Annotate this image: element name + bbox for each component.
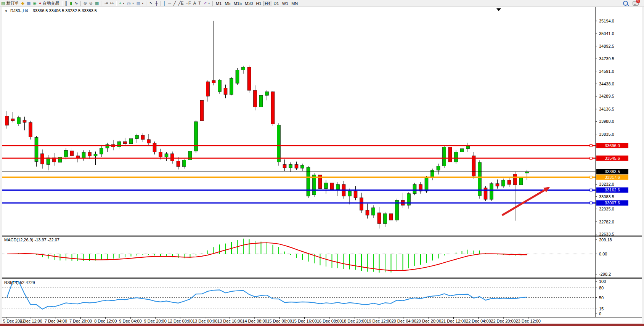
data-window-button[interactable]: ▦ — [26, 0, 32, 6]
candle — [47, 155, 50, 170]
candle-body — [336, 185, 340, 189]
candle-body — [472, 156, 475, 176]
timeframe-h4-button[interactable]: H4 — [263, 1, 272, 6]
candle-body — [100, 148, 103, 154]
candle — [206, 80, 210, 102]
timeframe-h1-button[interactable]: H1 — [254, 1, 263, 6]
vline-tool-button[interactable]: │ — [162, 0, 167, 6]
candle — [448, 144, 452, 165]
arrows-tool-button[interactable]: ↗▼ — [202, 0, 211, 6]
level-endpoint-marker[interactable] — [590, 202, 592, 204]
new-order-button[interactable]: ▤新订单 — [0, 0, 20, 6]
zoom-in-button[interactable]: ⊕ — [82, 0, 88, 6]
toolbar-items: ▤新订单◆▦◉●自动交易║▮∿⊕⊖▦⇥↦+▼◷▼▤▼↖┼│─╱╱E┈FAT↗▼M… — [0, 0, 299, 6]
price-tick-label: 33988.0 — [599, 119, 614, 124]
market-watch-button[interactable]: ◆ — [20, 0, 25, 6]
timeframe-m15-button[interactable]: M15 — [232, 1, 243, 6]
shift-end-icon: ⇥ — [104, 1, 108, 6]
add-indicator-button[interactable]: +▼ — [118, 0, 126, 6]
periods-button[interactable]: ◷▼ — [126, 0, 135, 6]
shift-end-button[interactable]: ⇥ — [103, 0, 109, 6]
candle-body — [17, 117, 21, 124]
chart-shift-marker[interactable] — [496, 8, 501, 11]
autotrade-button[interactable]: ●自动交易 — [38, 0, 61, 6]
candlestick-button[interactable]: ▮ — [69, 0, 73, 6]
timeframe-d1-button[interactable]: D1 — [272, 1, 281, 6]
candle-body — [177, 161, 180, 167]
collapse-triangle-icon[interactable]: ▼ — [5, 10, 8, 13]
timeframe-mn-button[interactable]: MN — [290, 1, 299, 6]
line-chart-button[interactable]: ∿ — [73, 0, 79, 6]
chevron-down-icon[interactable]: ▼ — [122, 2, 125, 5]
level-endpoint-marker[interactable] — [590, 189, 592, 191]
navigator-button[interactable]: ◉ — [32, 0, 38, 6]
candle — [514, 172, 517, 221]
auto-scroll-icon: ↦ — [110, 1, 114, 6]
candle-body — [330, 183, 334, 189]
level-endpoint-marker[interactable] — [590, 176, 592, 178]
search-icon[interactable] — [623, 1, 628, 6]
candle-body — [271, 92, 275, 124]
candle-body — [11, 119, 14, 120]
templates-button[interactable]: ▤▼ — [135, 0, 145, 6]
zoom-out-icon: ⊖ — [89, 1, 93, 6]
candle — [100, 146, 103, 157]
label-tool-button[interactable]: T — [197, 0, 202, 6]
rsi-pane: 1008050150 — [2, 279, 606, 316]
candle — [490, 182, 493, 201]
candle-body — [171, 154, 174, 161]
macd-tick-label: 209.18 — [599, 238, 612, 242]
timeframe-m1-button[interactable]: M1 — [214, 1, 223, 6]
text-tool-button[interactable]: A — [192, 0, 197, 6]
timeframe-w1-button[interactable]: W1 — [281, 1, 290, 6]
candle — [106, 143, 109, 152]
crosshair-button[interactable]: ┼ — [154, 0, 159, 6]
bar-chart-button[interactable]: ║ — [64, 0, 69, 6]
hline-tool-button[interactable]: ─ — [167, 0, 172, 6]
candle — [17, 116, 21, 126]
level-endpoint-marker[interactable] — [590, 145, 592, 147]
candle — [165, 152, 168, 161]
candle — [254, 85, 257, 110]
chart-window: ▼ DJ30-,H4 33366.5 33406.5 33282.5 33383… — [2, 7, 642, 324]
zoom-out-button[interactable]: ⊖ — [88, 0, 94, 6]
price-tick-label: 33083.5 — [599, 194, 614, 199]
autotrade-button-label: 自动交易 — [43, 0, 59, 6]
trendline-tool-button[interactable]: ╱ — [172, 0, 177, 6]
price-tick-label: 33232.0 — [599, 182, 614, 186]
timeframe-m5-button[interactable]: M5 — [223, 1, 232, 6]
fibonacci-tool-button[interactable]: ┈F — [185, 0, 192, 6]
candle-body — [377, 213, 381, 223]
candle — [259, 94, 263, 109]
candle — [23, 117, 26, 130]
trend-arrow-annotation[interactable] — [502, 187, 550, 215]
toolbar-separator — [80, 1, 81, 6]
chevron-down-icon[interactable]: ▼ — [141, 2, 144, 5]
candle — [372, 205, 375, 218]
candle — [135, 134, 139, 143]
candle — [117, 140, 121, 149]
candle — [307, 166, 310, 198]
candle-body — [88, 153, 92, 156]
candle-body — [525, 172, 529, 173]
add-indicator-icon: + — [119, 1, 121, 6]
notifications-icon[interactable]: 1 — [633, 1, 639, 6]
channel-tool-button[interactable]: ╱E — [177, 0, 185, 6]
price-tick-label: 32935.0 — [599, 207, 614, 211]
candle-body — [454, 152, 458, 162]
candle-body — [413, 185, 416, 194]
candle-body — [106, 145, 109, 148]
price-tick-label: 34739.5 — [599, 56, 614, 61]
timeframe-m30-button[interactable]: M30 — [243, 1, 254, 6]
level-endpoint-marker[interactable] — [590, 157, 592, 159]
tile-windows-button[interactable]: ▦ — [94, 0, 100, 6]
candle-body — [206, 82, 210, 96]
chevron-down-icon[interactable]: ▼ — [132, 2, 134, 5]
chart-canvas[interactable]: 35194.035041.034892.534739.534591.034438… — [2, 7, 642, 324]
cursor-button[interactable]: ↖ — [148, 0, 154, 6]
price-badge-value: 33383.5 — [605, 169, 620, 174]
candle-body — [502, 180, 505, 186]
candle — [230, 77, 233, 95]
auto-scroll-button[interactable]: ↦ — [109, 0, 115, 6]
chevron-down-icon[interactable]: ▼ — [208, 2, 210, 5]
